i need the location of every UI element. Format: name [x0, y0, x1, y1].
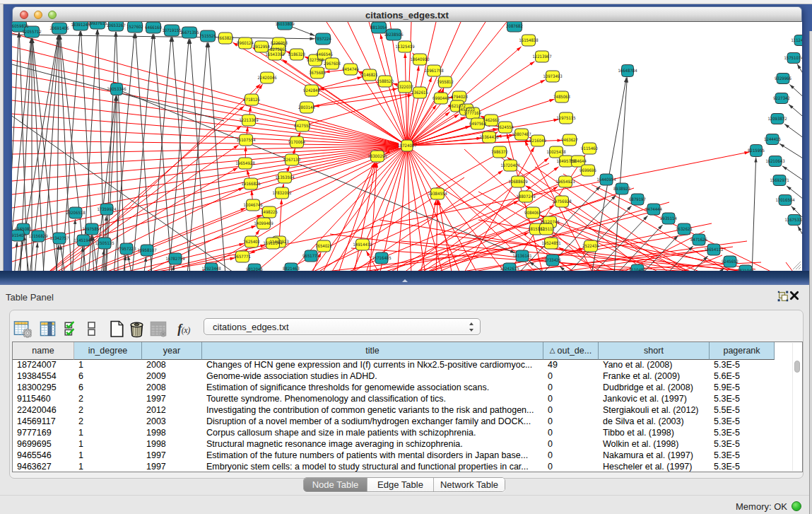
column-header-in_degree[interactable]: in_degree: [74, 342, 142, 360]
table-cell[interactable]: 2003: [142, 416, 202, 428]
table-cell[interactable]: 9115460: [13, 394, 74, 405]
table-cell[interactable]: 6: [74, 382, 142, 394]
table-cell[interactable]: 1997: [142, 462, 202, 472]
table-cell[interactable]: 0: [543, 439, 599, 450]
table-cell[interactable]: 1: [74, 360, 142, 371]
column-header-short[interactable]: short: [599, 342, 710, 360]
table-cell[interactable]: 5.3E-5: [710, 360, 775, 371]
table-cell[interactable]: Nakamura et al. (1997): [599, 450, 710, 462]
table-cell[interactable]: 5.3E-5: [710, 416, 775, 428]
table-cell[interactable]: 0: [543, 405, 599, 416]
table-cell[interactable]: 1: [74, 439, 142, 450]
close-icon[interactable]: [789, 291, 801, 302]
table-cell[interactable]: Dudbridge et al. (2008): [599, 382, 710, 394]
table-cell[interactable]: 1: [74, 450, 142, 462]
table-cell[interactable]: 1998: [142, 428, 202, 439]
select-columns-icon[interactable]: [63, 318, 81, 339]
table-cell[interactable]: Disruption of a novel member of a sodium…: [202, 416, 543, 428]
graph-edge[interactable]: [105, 32, 116, 271]
table-cell[interactable]: 5.3E-5: [710, 450, 775, 462]
table-cell[interactable]: de Silva et al. (2003): [599, 416, 710, 428]
table-cell[interactable]: 9699695: [13, 439, 74, 450]
graph-edge[interactable]: [12, 74, 399, 144]
table-cell[interactable]: Stergiakouli et al. (2012): [599, 405, 710, 416]
table-cell[interactable]: 0: [543, 382, 599, 394]
graph-edge[interactable]: [72, 219, 76, 271]
table-cell[interactable]: 9463627: [13, 462, 74, 472]
table-cell[interactable]: Jankovic et al. (1997): [599, 394, 710, 405]
table-cell[interactable]: 49: [543, 360, 599, 371]
table-cell[interactable]: 1: [74, 428, 142, 439]
table-cell[interactable]: 14569117: [13, 416, 74, 428]
table-cell[interactable]: 9465546: [13, 450, 74, 462]
float-window-icon[interactable]: [777, 291, 789, 302]
column-header-out_de[interactable]: △out_de...: [543, 342, 599, 360]
table-cell[interactable]: 0: [543, 371, 599, 382]
network-canvas[interactable]: 1605983112055712206914061839124519937615…: [12, 22, 802, 271]
table-cell[interactable]: 2: [74, 394, 142, 405]
table-cell[interactable]: 2: [74, 405, 142, 416]
table-cell[interactable]: 0: [543, 416, 599, 428]
tab-edge-table[interactable]: Edge Table: [367, 478, 434, 491]
table-cell[interactable]: 18300295: [13, 382, 74, 394]
table-cell[interactable]: 5.3E-5: [710, 462, 775, 472]
table-cell[interactable]: 5.3E-5: [710, 394, 775, 405]
table-cell[interactable]: Estimation of the future numbers of pati…: [202, 450, 543, 462]
table-cell[interactable]: Wolkin et al. (1998): [599, 439, 710, 450]
table-cell[interactable]: Tibbo et al. (1998): [599, 428, 710, 439]
table-cell[interactable]: Changes of HCN gene expression and I(f) …: [202, 360, 543, 371]
table-cell[interactable]: 5.3E-5: [710, 439, 775, 450]
table-cell[interactable]: 1997: [142, 450, 202, 462]
table-cell[interactable]: 18724007: [13, 360, 74, 371]
table-cell[interactable]: 1998: [142, 439, 202, 450]
table-cell[interactable]: 5.5E-5: [710, 405, 775, 416]
tab-node-table[interactable]: Node Table: [304, 478, 367, 491]
table-cell[interactable]: Yano et al. (2008): [599, 360, 710, 371]
table-cell[interactable]: 5.3E-5: [710, 428, 775, 439]
graph-edge[interactable]: [12, 100, 399, 145]
table-cell[interactable]: 22420046: [13, 405, 74, 416]
table-cell[interactable]: 1: [74, 462, 142, 472]
delete-column-icon[interactable]: [127, 318, 146, 339]
split-pane-divider[interactable]: [0, 271, 812, 285]
resize-grip-icon[interactable]: [791, 260, 801, 270]
import-table-icon[interactable]: [149, 318, 167, 339]
graph-edge[interactable]: [12, 146, 399, 194]
new-column-icon[interactable]: [107, 318, 126, 339]
graph-edge[interactable]: [151, 37, 171, 271]
graph-edge[interactable]: [407, 22, 507, 146]
network-table-select[interactable]: citations_edges.txt: [204, 318, 481, 335]
graph-edge[interactable]: [279, 199, 282, 242]
tab-network-table[interactable]: Network Table: [434, 478, 505, 491]
function-builder-icon[interactable]: f(x): [175, 318, 193, 339]
graph-edge[interactable]: [154, 34, 172, 271]
collapsed-left-panel-edge[interactable]: [0, 4, 4, 285]
graph-edge[interactable]: [652, 255, 722, 271]
graph-edge[interactable]: [752, 158, 756, 271]
table-cell[interactable]: Corpus callosum shape and size in male p…: [202, 428, 543, 439]
scrollbar-thumb[interactable]: [794, 361, 800, 373]
split-pane-collapse-handle[interactable]: [402, 279, 408, 282]
graph-edge[interactable]: [407, 105, 437, 146]
table-cell[interactable]: 0: [543, 394, 599, 405]
graph-edge[interactable]: [365, 146, 407, 271]
table-settings-icon[interactable]: [13, 318, 32, 339]
table-cell[interactable]: 0: [543, 428, 599, 439]
memory-ok-indicator[interactable]: [792, 501, 801, 511]
table-cell[interactable]: Genome-wide association studies in ADHD.: [202, 371, 543, 382]
table-cell[interactable]: 2: [74, 416, 142, 428]
table-cell[interactable]: Embryonic stem cells: a model to study s…: [202, 462, 543, 472]
show-columns-icon[interactable]: [39, 318, 57, 339]
table-cell[interactable]: Estimation of significance thresholds fo…: [202, 382, 543, 394]
network-graph[interactable]: 1605983112055712206914061839124519937615…: [12, 22, 802, 271]
column-header-name[interactable]: name: [13, 342, 74, 360]
table-cell[interactable]: 0: [543, 450, 599, 462]
table-cell[interactable]: 2008: [142, 360, 202, 371]
column-header-year[interactable]: year: [142, 342, 202, 360]
table-cell[interactable]: Hescheler et al. (1997): [599, 462, 710, 472]
table-cell[interactable]: Structural magnetic resonance image aver…: [202, 439, 543, 450]
table-cell[interactable]: 1997: [142, 394, 202, 405]
table-cell[interactable]: 5.6E-5: [710, 371, 775, 382]
table-cell[interactable]: 19384554: [13, 371, 74, 382]
graph-edge[interactable]: [319, 81, 386, 90]
